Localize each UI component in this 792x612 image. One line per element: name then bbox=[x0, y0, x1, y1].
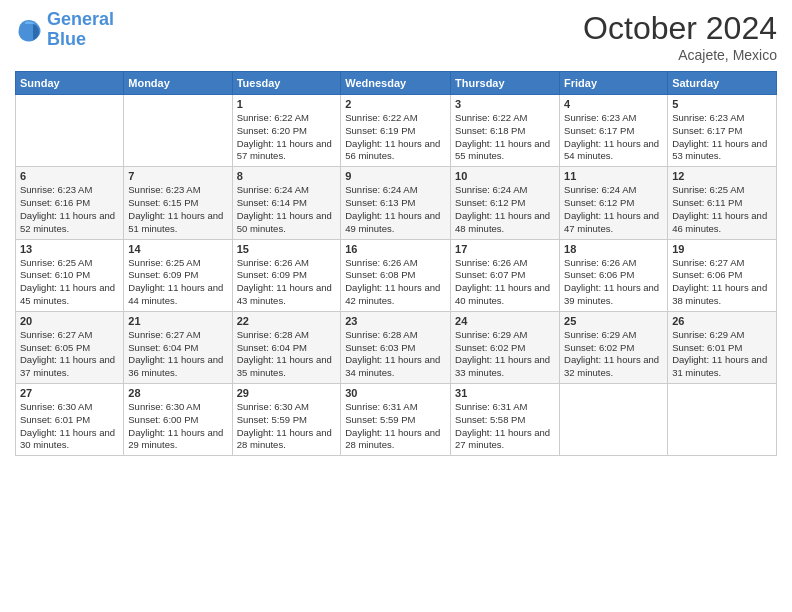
day-cell: 20Sunrise: 6:27 AM Sunset: 6:05 PM Dayli… bbox=[16, 311, 124, 383]
day-info: Sunrise: 6:30 AM Sunset: 5:59 PM Dayligh… bbox=[237, 401, 337, 452]
day-cell bbox=[124, 95, 232, 167]
page: General Blue October 2024 Acajete, Mexic… bbox=[0, 0, 792, 466]
day-number: 12 bbox=[672, 170, 772, 182]
day-cell: 7Sunrise: 6:23 AM Sunset: 6:15 PM Daylig… bbox=[124, 167, 232, 239]
day-number: 19 bbox=[672, 243, 772, 255]
day-cell: 27Sunrise: 6:30 AM Sunset: 6:01 PM Dayli… bbox=[16, 384, 124, 456]
day-number: 4 bbox=[564, 98, 663, 110]
day-info: Sunrise: 6:31 AM Sunset: 5:58 PM Dayligh… bbox=[455, 401, 555, 452]
day-number: 18 bbox=[564, 243, 663, 255]
day-number: 3 bbox=[455, 98, 555, 110]
logo-general: General bbox=[47, 9, 114, 29]
day-info: Sunrise: 6:29 AM Sunset: 6:01 PM Dayligh… bbox=[672, 329, 772, 380]
day-info: Sunrise: 6:24 AM Sunset: 6:12 PM Dayligh… bbox=[564, 184, 663, 235]
day-info: Sunrise: 6:23 AM Sunset: 6:16 PM Dayligh… bbox=[20, 184, 119, 235]
day-info: Sunrise: 6:23 AM Sunset: 6:15 PM Dayligh… bbox=[128, 184, 227, 235]
title-block: October 2024 Acajete, Mexico bbox=[583, 10, 777, 63]
day-number: 13 bbox=[20, 243, 119, 255]
weekday-tuesday: Tuesday bbox=[232, 72, 341, 95]
day-cell: 8Sunrise: 6:24 AM Sunset: 6:14 PM Daylig… bbox=[232, 167, 341, 239]
day-info: Sunrise: 6:26 AM Sunset: 6:08 PM Dayligh… bbox=[345, 257, 446, 308]
day-number: 25 bbox=[564, 315, 663, 327]
day-number: 16 bbox=[345, 243, 446, 255]
day-number: 27 bbox=[20, 387, 119, 399]
day-cell: 1Sunrise: 6:22 AM Sunset: 6:20 PM Daylig… bbox=[232, 95, 341, 167]
week-row-3: 13Sunrise: 6:25 AM Sunset: 6:10 PM Dayli… bbox=[16, 239, 777, 311]
calendar-body: 1Sunrise: 6:22 AM Sunset: 6:20 PM Daylig… bbox=[16, 95, 777, 456]
day-number: 23 bbox=[345, 315, 446, 327]
day-info: Sunrise: 6:24 AM Sunset: 6:14 PM Dayligh… bbox=[237, 184, 337, 235]
day-info: Sunrise: 6:23 AM Sunset: 6:17 PM Dayligh… bbox=[672, 112, 772, 163]
weekday-wednesday: Wednesday bbox=[341, 72, 451, 95]
day-info: Sunrise: 6:25 AM Sunset: 6:10 PM Dayligh… bbox=[20, 257, 119, 308]
day-cell: 10Sunrise: 6:24 AM Sunset: 6:12 PM Dayli… bbox=[451, 167, 560, 239]
week-row-2: 6Sunrise: 6:23 AM Sunset: 6:16 PM Daylig… bbox=[16, 167, 777, 239]
calendar-table: SundayMondayTuesdayWednesdayThursdayFrid… bbox=[15, 71, 777, 456]
day-cell: 6Sunrise: 6:23 AM Sunset: 6:16 PM Daylig… bbox=[16, 167, 124, 239]
week-row-4: 20Sunrise: 6:27 AM Sunset: 6:05 PM Dayli… bbox=[16, 311, 777, 383]
day-number: 28 bbox=[128, 387, 227, 399]
day-number: 14 bbox=[128, 243, 227, 255]
header: General Blue October 2024 Acajete, Mexic… bbox=[15, 10, 777, 63]
day-cell: 29Sunrise: 6:30 AM Sunset: 5:59 PM Dayli… bbox=[232, 384, 341, 456]
day-cell bbox=[560, 384, 668, 456]
day-info: Sunrise: 6:27 AM Sunset: 6:05 PM Dayligh… bbox=[20, 329, 119, 380]
day-number: 17 bbox=[455, 243, 555, 255]
day-cell: 5Sunrise: 6:23 AM Sunset: 6:17 PM Daylig… bbox=[668, 95, 777, 167]
day-info: Sunrise: 6:27 AM Sunset: 6:06 PM Dayligh… bbox=[672, 257, 772, 308]
day-cell: 4Sunrise: 6:23 AM Sunset: 6:17 PM Daylig… bbox=[560, 95, 668, 167]
day-info: Sunrise: 6:22 AM Sunset: 6:20 PM Dayligh… bbox=[237, 112, 337, 163]
day-info: Sunrise: 6:26 AM Sunset: 6:07 PM Dayligh… bbox=[455, 257, 555, 308]
week-row-5: 27Sunrise: 6:30 AM Sunset: 6:01 PM Dayli… bbox=[16, 384, 777, 456]
day-cell: 12Sunrise: 6:25 AM Sunset: 6:11 PM Dayli… bbox=[668, 167, 777, 239]
day-cell: 9Sunrise: 6:24 AM Sunset: 6:13 PM Daylig… bbox=[341, 167, 451, 239]
day-info: Sunrise: 6:23 AM Sunset: 6:17 PM Dayligh… bbox=[564, 112, 663, 163]
day-info: Sunrise: 6:24 AM Sunset: 6:13 PM Dayligh… bbox=[345, 184, 446, 235]
day-cell: 30Sunrise: 6:31 AM Sunset: 5:59 PM Dayli… bbox=[341, 384, 451, 456]
day-cell: 14Sunrise: 6:25 AM Sunset: 6:09 PM Dayli… bbox=[124, 239, 232, 311]
day-number: 6 bbox=[20, 170, 119, 182]
day-cell: 15Sunrise: 6:26 AM Sunset: 6:09 PM Dayli… bbox=[232, 239, 341, 311]
day-cell bbox=[668, 384, 777, 456]
day-number: 9 bbox=[345, 170, 446, 182]
day-number: 26 bbox=[672, 315, 772, 327]
day-info: Sunrise: 6:30 AM Sunset: 6:00 PM Dayligh… bbox=[128, 401, 227, 452]
day-info: Sunrise: 6:29 AM Sunset: 6:02 PM Dayligh… bbox=[455, 329, 555, 380]
day-info: Sunrise: 6:28 AM Sunset: 6:04 PM Dayligh… bbox=[237, 329, 337, 380]
day-info: Sunrise: 6:27 AM Sunset: 6:04 PM Dayligh… bbox=[128, 329, 227, 380]
day-number: 15 bbox=[237, 243, 337, 255]
day-info: Sunrise: 6:26 AM Sunset: 6:06 PM Dayligh… bbox=[564, 257, 663, 308]
day-info: Sunrise: 6:26 AM Sunset: 6:09 PM Dayligh… bbox=[237, 257, 337, 308]
day-cell: 17Sunrise: 6:26 AM Sunset: 6:07 PM Dayli… bbox=[451, 239, 560, 311]
day-number: 7 bbox=[128, 170, 227, 182]
day-cell: 3Sunrise: 6:22 AM Sunset: 6:18 PM Daylig… bbox=[451, 95, 560, 167]
day-cell: 21Sunrise: 6:27 AM Sunset: 6:04 PM Dayli… bbox=[124, 311, 232, 383]
logo-text: General Blue bbox=[47, 10, 114, 50]
day-number: 31 bbox=[455, 387, 555, 399]
day-number: 8 bbox=[237, 170, 337, 182]
day-info: Sunrise: 6:25 AM Sunset: 6:09 PM Dayligh… bbox=[128, 257, 227, 308]
day-number: 1 bbox=[237, 98, 337, 110]
day-cell: 31Sunrise: 6:31 AM Sunset: 5:58 PM Dayli… bbox=[451, 384, 560, 456]
day-info: Sunrise: 6:22 AM Sunset: 6:18 PM Dayligh… bbox=[455, 112, 555, 163]
day-info: Sunrise: 6:29 AM Sunset: 6:02 PM Dayligh… bbox=[564, 329, 663, 380]
day-cell: 26Sunrise: 6:29 AM Sunset: 6:01 PM Dayli… bbox=[668, 311, 777, 383]
day-cell: 25Sunrise: 6:29 AM Sunset: 6:02 PM Dayli… bbox=[560, 311, 668, 383]
weekday-friday: Friday bbox=[560, 72, 668, 95]
day-info: Sunrise: 6:25 AM Sunset: 6:11 PM Dayligh… bbox=[672, 184, 772, 235]
day-cell: 13Sunrise: 6:25 AM Sunset: 6:10 PM Dayli… bbox=[16, 239, 124, 311]
logo-icon bbox=[15, 16, 43, 44]
day-info: Sunrise: 6:28 AM Sunset: 6:03 PM Dayligh… bbox=[345, 329, 446, 380]
logo: General Blue bbox=[15, 10, 114, 50]
day-number: 5 bbox=[672, 98, 772, 110]
day-cell: 19Sunrise: 6:27 AM Sunset: 6:06 PM Dayli… bbox=[668, 239, 777, 311]
day-cell: 16Sunrise: 6:26 AM Sunset: 6:08 PM Dayli… bbox=[341, 239, 451, 311]
weekday-header-row: SundayMondayTuesdayWednesdayThursdayFrid… bbox=[16, 72, 777, 95]
day-number: 30 bbox=[345, 387, 446, 399]
location: Acajete, Mexico bbox=[583, 47, 777, 63]
day-cell: 2Sunrise: 6:22 AM Sunset: 6:19 PM Daylig… bbox=[341, 95, 451, 167]
weekday-saturday: Saturday bbox=[668, 72, 777, 95]
day-number: 20 bbox=[20, 315, 119, 327]
day-number: 2 bbox=[345, 98, 446, 110]
day-number: 24 bbox=[455, 315, 555, 327]
